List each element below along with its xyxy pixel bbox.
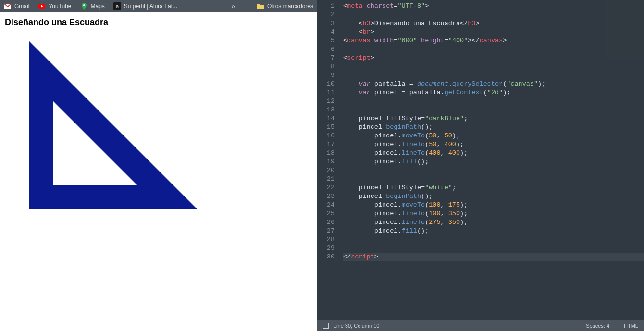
bookmark-label: Otros marcadores: [267, 3, 313, 10]
indent-setting[interactable]: Spaces: 4: [586, 323, 609, 329]
code-area[interactable]: <meta charset="UTF-8"> <h3>Diseñando una…: [339, 0, 644, 320]
editor-body[interactable]: 1234567891011121314151617181920212223242…: [317, 0, 644, 320]
minimap[interactable]: [606, 0, 644, 58]
bookmark-alura[interactable]: a Su perfil | Alura Lat...: [113, 2, 177, 10]
cursor-position[interactable]: Line 30, Column 10: [334, 323, 379, 329]
bookmark-gmail[interactable]: Gmail: [4, 2, 29, 10]
bookmark-overflow[interactable]: »: [231, 2, 235, 10]
page-title: Diseñando una Escuadra: [5, 17, 312, 27]
bookmark-other[interactable]: Otros marcadores: [257, 2, 313, 10]
status-bar: Line 30, Column 10 Spaces: 4 HTML: [317, 320, 644, 331]
page-content: Diseñando una Escuadra: [0, 12, 317, 331]
gmail-icon: [4, 2, 12, 10]
youtube-icon: [38, 2, 46, 10]
folder-icon: [257, 2, 264, 10]
svg-point-2: [83, 4, 85, 6]
bookmark-label: Gmail: [14, 3, 29, 10]
line-gutter: 1234567891011121314151617181920212223242…: [317, 0, 339, 320]
bookmark-maps[interactable]: Maps: [80, 2, 105, 10]
bookmark-bar: Gmail YouTube Maps a Su perfil | Alura L…: [0, 0, 317, 12]
bookmark-youtube[interactable]: YouTube: [38, 2, 71, 10]
bookmark-label: YouTube: [49, 3, 71, 10]
triangle-canvas: [5, 41, 197, 209]
bookmark-separator: [246, 2, 246, 10]
editor-panel: 1234567891011121314151617181920212223242…: [317, 0, 644, 331]
panel-icon[interactable]: [323, 323, 329, 329]
browser-panel: Gmail YouTube Maps a Su perfil | Alura L…: [0, 0, 317, 331]
alura-icon: a: [113, 2, 121, 10]
bookmark-label: Su perfil | Alura Lat...: [124, 3, 177, 10]
svg-text:a: a: [116, 3, 119, 9]
maps-icon: [80, 2, 88, 10]
bookmark-label: Maps: [91, 3, 105, 10]
language-mode[interactable]: HTML: [624, 323, 638, 329]
